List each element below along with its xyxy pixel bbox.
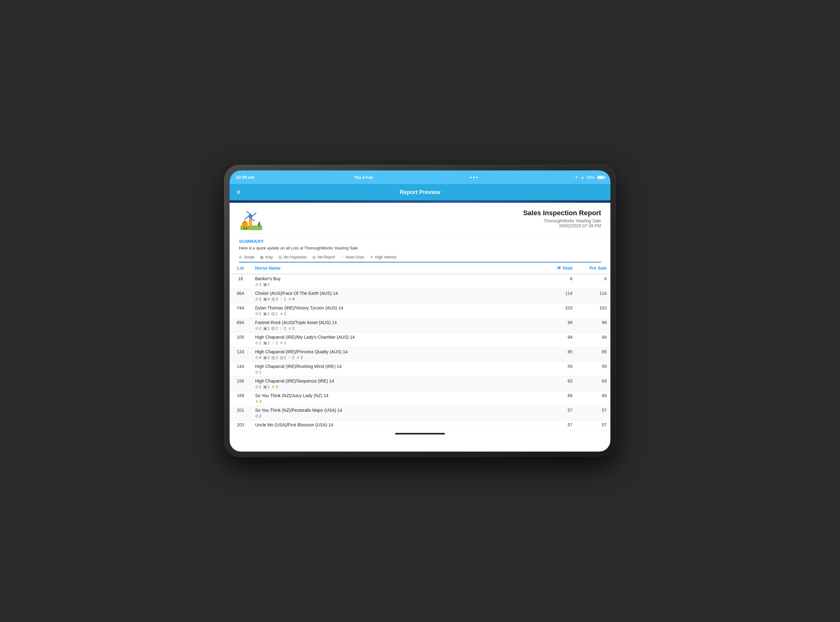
high-interest-legend-label: High Interest xyxy=(375,255,396,259)
badge-star: ★1 xyxy=(280,340,286,345)
wifi-icon: ▲ xyxy=(580,175,584,180)
badge-vet: ▤1 xyxy=(271,355,278,360)
horse-badges: ⊘3▣4▤3♡1★9 xyxy=(255,297,538,301)
horse-name-cell: High Chaparral (IRE)/Sequenza (IRE) 14⊘1… xyxy=(251,377,542,391)
badge-scope: ⊘1 xyxy=(255,384,261,389)
badge-star: ★3 xyxy=(255,399,262,404)
presale-cell: 63 xyxy=(576,377,610,391)
total-cell: 69 xyxy=(542,391,576,406)
horse-badges: ⊘1 xyxy=(255,370,538,375)
table-row: 46AChoisir (AUS)/Face Of The Earth (AUS)… xyxy=(230,289,610,303)
total-eye-icon: 👁 xyxy=(557,265,561,271)
close-button[interactable]: ✕ xyxy=(236,189,241,196)
badge-vet: ▤1 xyxy=(271,326,278,331)
logo-area xyxy=(239,209,264,231)
badge-star: ★9 xyxy=(288,297,295,301)
badge-vet: ▤1 xyxy=(271,311,278,316)
total-cell: 94 xyxy=(542,333,576,348)
total-cell: 59 xyxy=(542,362,576,377)
status-time: 10:39 am xyxy=(236,175,255,180)
horse-name: High Chaparral (IRE)/My Lady's Chamber (… xyxy=(255,335,538,340)
svg-marker-2 xyxy=(242,220,247,223)
horse-name: So You Think (NZ)/Juicy Lady (NZ) 14 xyxy=(255,393,538,398)
badge-scope: ⊘2 xyxy=(255,311,261,316)
content-area[interactable]: Sales Inspection Report ThoroughWorks Ye… xyxy=(230,203,610,451)
total-cell: 103 xyxy=(542,303,576,318)
col-header-horse-name: Horse Name xyxy=(251,262,542,274)
badge-scope: ⊘1 xyxy=(255,326,261,331)
report-title-area: Sales Inspection Report ThoroughWorks Ye… xyxy=(523,209,601,228)
presale-cell: 59 xyxy=(576,362,610,377)
table-row: 89AFastnet Rock (AUS)/Triple Asset (AUS)… xyxy=(230,318,610,333)
vet-report-legend-icon: ▤ xyxy=(312,255,316,259)
legend-bar: ⊘ Scope ▣ Xray ▤ Vet Inspection ▤ Vet Re… xyxy=(239,253,601,262)
horse-name-cell: Banker's Buy⊘2▣1 xyxy=(251,274,542,289)
badge-scope: ⊘3 xyxy=(255,297,261,301)
horse-name: Uncle Mo (USA)/First Blossom (USA) 14 xyxy=(255,422,538,427)
summary-heading: SUMMARY xyxy=(239,239,601,244)
badge-heart: ♡2 xyxy=(280,326,286,331)
presale-cell: 57 xyxy=(576,421,610,430)
horse-name: High Chaparral (IRE)/Princess Quality (A… xyxy=(255,349,538,354)
svg-point-4 xyxy=(249,214,252,218)
table-row: 201So You Think (NZ)/Pectoralis Major (U… xyxy=(230,406,610,421)
dot-3 xyxy=(476,177,478,178)
legend-xray: ▣ Xray xyxy=(260,255,273,259)
lot-cell: 18 xyxy=(230,274,251,289)
status-right-icons: ✈ ▲ 88% xyxy=(575,175,604,180)
total-cell: 57 xyxy=(542,421,576,430)
badge-scope: ⊘1 xyxy=(255,340,261,345)
badge-scope: ⊘2 xyxy=(255,282,261,287)
legend-vet-report: ▤ Vet Report xyxy=(312,255,335,259)
horse-name-cell: Dylan Thomas (IRE)/Victory Tycoon (AUS) … xyxy=(251,303,542,318)
col-header-lot: Lot xyxy=(230,262,251,274)
tablet-screen: 10:39 am Thu 6 Feb ✈ ▲ 88% ✕ Report Prev… xyxy=(230,171,610,451)
lot-cell: 124 xyxy=(230,348,251,362)
scroll-indicator xyxy=(395,433,445,434)
summary-description: Here is a quick update on all Lots at Th… xyxy=(239,246,601,250)
lot-cell: 156 xyxy=(230,377,251,391)
report-header: Sales Inspection Report ThoroughWorks Ye… xyxy=(230,203,610,234)
table-row: 156High Chaparral (IRE)/Sequenza (IRE) 1… xyxy=(230,377,610,391)
horse-name-cell: Fastnet Rock (AUS)/Triple Asset (AUS) 14… xyxy=(251,318,542,333)
svg-line-6 xyxy=(252,213,256,216)
report-main-title: Sales Inspection Report xyxy=(523,209,601,217)
svg-marker-9 xyxy=(258,221,261,226)
svg-rect-1 xyxy=(242,223,247,227)
svg-rect-10 xyxy=(259,226,260,227)
lot-cell: 203 xyxy=(230,421,251,430)
horse-name: Choisir (AUS)/Face Of The Earth (AUS) 14 xyxy=(255,291,538,296)
horse-name-cell: High Chaparral (IRE)/Rushing Wind (IRE) … xyxy=(251,362,542,377)
badge-star: ★1 xyxy=(280,311,286,316)
horse-badges: ⊘2▣1▤1★1 xyxy=(255,311,538,316)
total-cell: 99 xyxy=(542,318,576,333)
lot-cell: 189 xyxy=(230,391,251,406)
table-row: 124High Chaparral (IRE)/Princess Quality… xyxy=(230,348,610,362)
report-subtitle: ThoroughWorks Yearling Sale xyxy=(523,218,601,223)
scope-legend-icon: ⊘ xyxy=(239,255,242,259)
badge-xray: ▣2 xyxy=(263,355,270,360)
horse-badges: ⊘2 xyxy=(255,414,538,418)
badge-xray: ▣1 xyxy=(263,282,270,287)
presale-cell: 85 xyxy=(576,348,610,362)
total-cell: 63 xyxy=(542,377,576,391)
accent-divider xyxy=(230,200,610,203)
legend-high-interest: ★ High Interest xyxy=(370,255,396,259)
status-center-dots xyxy=(470,177,478,178)
col-header-total-label: Total xyxy=(562,265,573,271)
vet-report-legend-label: Vet Report xyxy=(317,255,335,259)
horse-name-cell: High Chaparral (IRE)/Princess Quality (A… xyxy=(251,348,542,362)
dot-2 xyxy=(473,177,475,178)
legend-vet-inspection: ▤ Vet Inspection xyxy=(278,255,307,259)
airplane-icon: ✈ xyxy=(575,175,578,180)
nav-bar: ✕ Report Preview xyxy=(230,184,610,200)
badge-scope: ⊘2 xyxy=(255,414,261,418)
badge-xray: ▣4 xyxy=(263,297,270,301)
lot-cell: 144 xyxy=(230,362,251,377)
total-cell: 114 xyxy=(542,289,576,303)
scope-legend-label: Scope xyxy=(244,255,255,259)
horse-badges: ⊘1▣1▤1♡2★2 xyxy=(255,326,538,331)
table-body: 18Banker's Buy⊘2▣16646AChoisir (AUS)/Fac… xyxy=(230,274,610,430)
horse-name: Banker's Buy xyxy=(255,276,538,281)
horse-name: High Chaparral (IRE)/Sequenza (IRE) 14 xyxy=(255,378,538,383)
